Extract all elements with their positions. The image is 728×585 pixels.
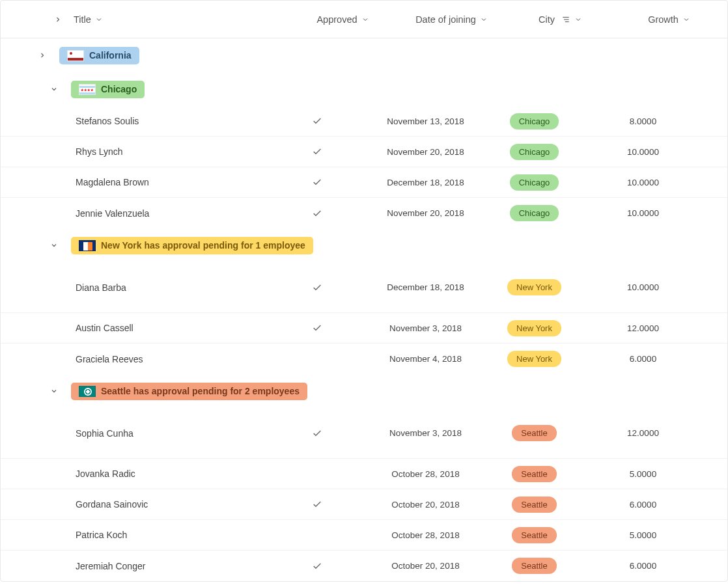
- city-pill: Seattle: [512, 558, 556, 574]
- group-label: Chicago: [101, 84, 137, 94]
- check-icon: [312, 561, 322, 571]
- cell-approved: [262, 177, 371, 187]
- cell-approved: [262, 561, 371, 571]
- group-tag-california[interactable]: California: [59, 47, 139, 64]
- table-row[interactable]: Diana BarbaDecember 18, 2018New York10.0…: [1, 262, 727, 313]
- chevron-down-icon: [361, 16, 369, 23]
- cell-city: New York: [480, 320, 589, 336]
- chevron-down-icon: [480, 16, 488, 23]
- city-pill: Seattle: [512, 466, 556, 482]
- group-toggle-seattle[interactable]: [48, 385, 61, 398]
- city-pill: Seattle: [512, 425, 556, 441]
- data-grid: Title Approved Date of joining: [0, 0, 728, 582]
- cell-title: Gordana Sainovic: [76, 499, 262, 510]
- cell-growth: 5.0000: [589, 469, 697, 479]
- city-pill: Seattle: [512, 497, 556, 513]
- cell-city: Seattle: [480, 527, 589, 543]
- table-row[interactable]: Jeremiah CongerOctober 20, 2018Seattle6.…: [1, 551, 727, 581]
- cell-city: New York: [480, 351, 589, 367]
- group-tag-newyork[interactable]: New York has approval pending for 1 empl…: [71, 237, 313, 254]
- cell-approved: [262, 428, 371, 439]
- table-row[interactable]: Rhys LynchNovember 20, 2018Chicago10.000…: [1, 137, 727, 167]
- check-icon: [312, 323, 322, 333]
- cell-date: November 13, 2018: [371, 116, 480, 126]
- chevron-down-icon: [574, 16, 582, 23]
- cell-growth: 6.0000: [589, 354, 697, 364]
- expand-all-toggle[interactable]: [51, 13, 64, 26]
- cell-approved: [262, 323, 371, 333]
- table-row[interactable]: Gordana SainovicOctober 20, 2018Seattle6…: [1, 489, 727, 520]
- cell-city: Chicago: [480, 144, 589, 160]
- check-icon: [312, 116, 322, 126]
- chevron-down-icon: [682, 16, 690, 23]
- column-header-title[interactable]: Title: [74, 14, 288, 25]
- column-header-growth[interactable]: Growth: [615, 14, 723, 25]
- check-icon: [312, 208, 322, 219]
- check-icon: [312, 146, 322, 157]
- table-row[interactable]: Austin CassellNovember 3, 2018New York12…: [1, 313, 727, 344]
- table-row[interactable]: Sophia CunhaNovember 3, 2018Seattle12.00…: [1, 408, 727, 459]
- chevron-down-icon: [95, 16, 103, 23]
- cell-growth: 5.0000: [589, 530, 697, 540]
- table-row[interactable]: Jennie ValenzuelaNovember 20, 2018Chicag…: [1, 198, 727, 228]
- cell-approved: [262, 208, 371, 219]
- city-pill: Chicago: [510, 113, 559, 129]
- city-pill: Seattle: [512, 527, 556, 543]
- table-row[interactable]: Patrica KochOctober 28, 2018Seattle5.000…: [1, 520, 727, 551]
- check-icon: [312, 428, 322, 439]
- table-row[interactable]: Graciela ReevesNovember 4, 2018New York6…: [1, 344, 727, 374]
- cell-title: Jennie Valenzuela: [76, 208, 262, 219]
- city-pill: Chicago: [510, 144, 559, 160]
- flag-icon: [79, 386, 96, 397]
- table-row[interactable]: Stefanos SoulisNovember 13, 2018Chicago8…: [1, 106, 727, 137]
- cell-growth: 6.0000: [589, 500, 697, 510]
- flag-icon: [67, 50, 84, 61]
- cell-date: October 28, 2018: [371, 469, 480, 479]
- flag-icon: [79, 84, 96, 95]
- cell-title: Magdalena Brown: [76, 177, 262, 187]
- group-tag-seattle[interactable]: Seattle has approval pending for 2 emplo…: [71, 383, 307, 400]
- cell-date: October 20, 2018: [371, 500, 480, 510]
- cell-growth: 6.0000: [589, 561, 697, 571]
- cell-city: Seattle: [480, 466, 589, 482]
- cell-approved: [262, 499, 371, 510]
- check-icon: [312, 499, 322, 510]
- column-header-approved[interactable]: Approved: [288, 14, 397, 25]
- group-tag-chicago[interactable]: Chicago: [71, 81, 145, 98]
- cell-approved: [262, 146, 371, 157]
- city-pill: New York: [507, 279, 561, 295]
- city-pill: Chicago: [510, 174, 559, 191]
- group-toggle-newyork[interactable]: [48, 239, 61, 252]
- group-row-california: California: [1, 38, 727, 72]
- column-header-date[interactable]: Date of joining: [397, 14, 506, 25]
- cell-title: Patrica Koch: [76, 530, 262, 540]
- cell-growth: 12.0000: [589, 428, 697, 438]
- group-label: New York has approval pending for 1 empl…: [101, 240, 305, 251]
- group-label: California: [89, 50, 132, 61]
- cell-city: Seattle: [480, 558, 589, 574]
- cell-date: December 18, 2018: [371, 282, 480, 292]
- table-row[interactable]: Jovanka RadicOctober 28, 2018Seattle5.00…: [1, 459, 727, 489]
- city-pill: Chicago: [510, 205, 559, 221]
- cell-city: Seattle: [480, 497, 589, 513]
- cell-title: Sophia Cunha: [76, 428, 262, 439]
- cell-date: October 20, 2018: [371, 561, 480, 571]
- cell-city: Chicago: [480, 174, 589, 191]
- cell-title: Austin Cassell: [76, 323, 262, 333]
- cell-city: New York: [480, 279, 589, 295]
- table-row[interactable]: Magdalena BrownDecember 18, 2018Chicago1…: [1, 167, 727, 198]
- column-header-city[interactable]: City: [506, 14, 615, 25]
- cell-growth: 12.0000: [589, 323, 697, 333]
- cell-title: Jovanka Radic: [76, 469, 262, 479]
- cell-title: Graciela Reeves: [76, 354, 262, 364]
- check-icon: [312, 282, 322, 293]
- group-toggle-california[interactable]: [36, 49, 49, 62]
- cell-date: November 3, 2018: [371, 428, 480, 438]
- cell-title: Rhys Lynch: [76, 146, 262, 157]
- city-pill: New York: [507, 320, 561, 336]
- city-pill: New York: [507, 351, 561, 367]
- group-toggle-chicago[interactable]: [48, 83, 61, 96]
- group-row-chicago: Chicago: [1, 72, 727, 106]
- cell-growth: 10.0000: [589, 178, 697, 187]
- cell-approved: [262, 282, 371, 293]
